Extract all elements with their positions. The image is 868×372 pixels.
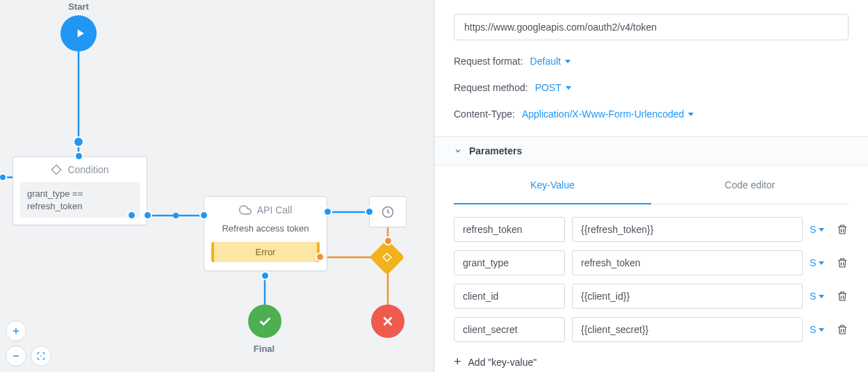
workflow-canvas[interactable]: Start Condition grant_type == refresh_to… xyxy=(0,0,434,372)
port[interactable] xyxy=(74,152,83,161)
add-key-value-label: Add "key-value" xyxy=(468,357,537,368)
api-error-label: Error xyxy=(256,247,276,257)
minus-icon xyxy=(11,351,21,361)
condition-title: Condition xyxy=(67,164,108,175)
request-method-value: POST xyxy=(535,82,562,93)
param-key-input[interactable] xyxy=(454,317,565,342)
param-key-input[interactable] xyxy=(454,250,565,275)
play-icon xyxy=(73,26,87,40)
request-method-label: Request method: xyxy=(454,82,528,93)
request-method-row: Request method: POST xyxy=(454,82,849,93)
port[interactable] xyxy=(73,136,84,147)
param-type-dropdown[interactable]: S xyxy=(810,257,829,268)
url-input[interactable] xyxy=(454,14,849,40)
zoom-in-button[interactable] xyxy=(6,321,26,341)
content-type-row: Content-Type: Application/X-Www-Form-Url… xyxy=(454,108,849,120)
api-call-node[interactable]: API Call Refresh access token Error xyxy=(204,196,327,271)
port[interactable] xyxy=(323,207,332,216)
chevron-down-icon xyxy=(566,86,571,90)
port[interactable] xyxy=(261,271,270,280)
start-node[interactable] xyxy=(60,15,97,51)
param-type-dropdown[interactable]: S xyxy=(810,291,829,302)
tab-code-editor[interactable]: Code editor xyxy=(651,165,849,204)
trash-icon xyxy=(836,223,849,236)
port[interactable] xyxy=(316,252,325,261)
api-title: API Call xyxy=(257,204,293,216)
chevron-down-icon xyxy=(565,60,571,63)
svg-point-3 xyxy=(173,213,179,218)
fit-screen-button[interactable] xyxy=(31,346,51,366)
api-header: API Call xyxy=(204,197,327,223)
start-label: Start xyxy=(61,1,96,12)
param-key-input[interactable] xyxy=(454,284,565,309)
request-method-dropdown[interactable]: POST xyxy=(535,82,571,93)
timer-node[interactable] xyxy=(369,196,407,227)
diamond-inner-icon xyxy=(382,252,392,262)
param-value-input[interactable] xyxy=(572,317,803,342)
final-error-node[interactable] xyxy=(371,305,404,338)
svg-point-9 xyxy=(40,355,42,357)
request-format-row: Request format: Default xyxy=(454,56,849,67)
condition-header: Condition xyxy=(13,157,147,182)
content-type-label: Content-Type: xyxy=(454,108,515,120)
delete-param-button[interactable] xyxy=(836,257,849,269)
parameters-title: Parameters xyxy=(469,145,522,156)
plus-icon xyxy=(11,326,21,336)
final-label: Final xyxy=(247,343,281,354)
check-icon xyxy=(257,314,272,329)
param-row: S xyxy=(454,217,849,242)
zoom-out-button[interactable] xyxy=(6,346,26,366)
request-format-dropdown[interactable]: Default xyxy=(530,56,571,67)
final-success-node[interactable] xyxy=(248,305,281,338)
chevron-down-icon xyxy=(454,147,462,155)
diamond-icon xyxy=(51,164,62,175)
clock-icon xyxy=(381,205,395,219)
request-format-label: Request format: xyxy=(454,56,523,67)
crosshair-icon xyxy=(36,351,46,361)
trash-icon xyxy=(836,323,849,336)
port[interactable] xyxy=(143,211,152,220)
config-panel: Request format: Default Request method: … xyxy=(434,0,868,372)
param-row: S xyxy=(454,284,849,309)
api-error-row[interactable]: Error xyxy=(211,242,320,262)
delete-param-button[interactable] xyxy=(836,290,849,302)
content-type-value: Application/X-Www-Form-Urlencoded xyxy=(522,108,684,120)
tab-key-value[interactable]: Key-Value xyxy=(454,165,651,204)
close-icon xyxy=(380,314,395,329)
delete-param-button[interactable] xyxy=(836,323,849,336)
trash-icon xyxy=(836,257,849,269)
trash-icon xyxy=(836,290,849,302)
params-list: SSSS + Add "key-value" xyxy=(434,204,868,372)
param-tabs: Key-Value Code editor xyxy=(454,165,849,204)
chevron-down-icon xyxy=(819,228,824,232)
chevron-down-icon xyxy=(688,113,694,116)
param-value-input[interactable] xyxy=(572,217,803,242)
parameters-section-header[interactable]: Parameters xyxy=(434,136,868,165)
api-subtitle: Refresh access token xyxy=(204,223,327,242)
delete-param-button[interactable] xyxy=(836,223,849,236)
param-row: S xyxy=(454,250,849,275)
param-type-dropdown[interactable]: S xyxy=(810,324,829,335)
port[interactable] xyxy=(365,207,374,216)
param-value-input[interactable] xyxy=(572,284,803,309)
request-format-value: Default xyxy=(530,56,561,67)
add-key-value-button[interactable]: + Add "key-value" xyxy=(454,355,537,369)
port[interactable] xyxy=(199,211,208,220)
param-row: S xyxy=(454,317,849,342)
param-value-input[interactable] xyxy=(572,250,803,275)
port[interactable] xyxy=(384,236,393,245)
param-key-input[interactable] xyxy=(454,217,565,242)
canvas-input-port[interactable] xyxy=(0,173,7,181)
content-type-dropdown[interactable]: Application/X-Www-Form-Urlencoded xyxy=(522,108,694,120)
param-type-dropdown[interactable]: S xyxy=(810,224,829,235)
port[interactable] xyxy=(127,211,136,220)
condition-expression: grant_type == refresh_token xyxy=(20,182,140,218)
chevron-down-icon xyxy=(819,328,824,332)
cloud-icon xyxy=(239,204,252,216)
chevron-down-icon xyxy=(819,295,824,298)
chevron-down-icon xyxy=(819,261,824,265)
plus-icon: + xyxy=(454,355,461,369)
